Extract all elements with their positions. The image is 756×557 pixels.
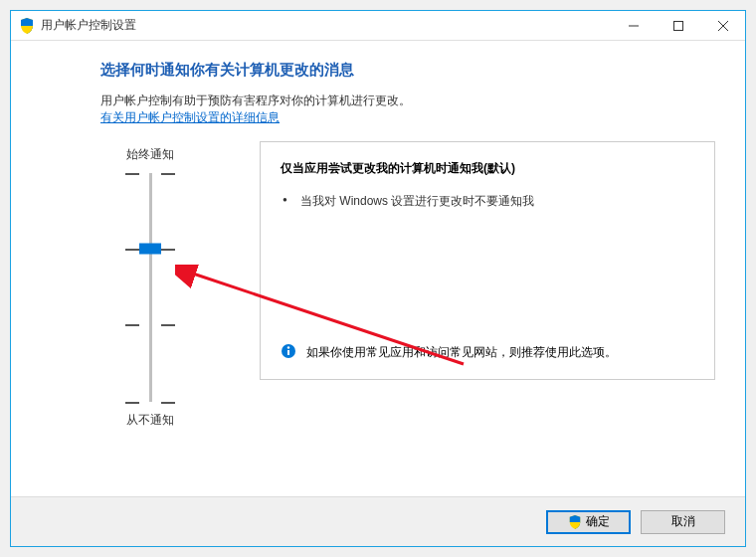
slider-label-never: 从不通知 — [126, 412, 174, 429]
window-controls — [611, 11, 745, 41]
footer: 确定 取消 — [11, 496, 745, 546]
info-icon — [281, 343, 296, 359]
slider-area: 始终通知 从不通知 仅当应用尝试更改我的计算机时通知我(默认) 当我对 Win — [100, 141, 715, 434]
detail-list: 当我对 Windows 设置进行更改时不要通知我 — [281, 192, 694, 211]
cancel-button[interactable]: 取消 — [641, 510, 725, 534]
recommendation-row: 如果你使用常见应用和访问常见网站，则推荐使用此选项。 — [281, 343, 694, 361]
uac-settings-window: 用户帐户控制设置 选择何时通知你有关计算机更改的消息 用户帐户控制有助于预防有害… — [10, 10, 746, 547]
ok-button[interactable]: 确定 — [546, 510, 631, 534]
slider-track[interactable] — [149, 173, 152, 402]
page-heading: 选择何时通知你有关计算机更改的消息 — [100, 61, 715, 80]
titlebar: 用户帐户控制设置 — [11, 11, 745, 41]
recommendation-text: 如果你使用常见应用和访问常见网站，则推荐使用此选项。 — [306, 343, 617, 361]
slider-thumb[interactable] — [139, 243, 161, 254]
detail-title: 仅当应用尝试更改我的计算机时通知我(默认) — [281, 160, 694, 177]
maximize-button[interactable] — [656, 11, 700, 41]
shield-icon — [19, 18, 35, 34]
slider-track-container — [115, 168, 185, 407]
close-button[interactable] — [700, 11, 745, 41]
svg-rect-1 — [673, 21, 682, 30]
minimize-button[interactable] — [611, 11, 656, 41]
shield-icon — [568, 515, 582, 529]
slider-tick — [125, 402, 175, 404]
cancel-button-label: 取消 — [671, 513, 695, 530]
content-area: 选择何时通知你有关计算机更改的消息 用户帐户控制有助于预防有害程序对你的计算机进… — [11, 41, 745, 496]
slider-label-always: 始终通知 — [126, 146, 174, 163]
slider-column: 始终通知 从不通知 — [100, 141, 200, 434]
svg-point-5 — [287, 346, 289, 348]
window-title: 用户帐户控制设置 — [41, 17, 611, 34]
description-text: 用户帐户控制有助于预防有害程序对你的计算机进行更改。 — [100, 92, 715, 109]
detail-panel: 仅当应用尝试更改我的计算机时通知我(默认) 当我对 Windows 设置进行更改… — [260, 141, 715, 380]
slider-tick — [125, 173, 175, 175]
slider-tick — [125, 324, 175, 326]
detail-item: 当我对 Windows 设置进行更改时不要通知我 — [300, 192, 694, 211]
svg-rect-6 — [287, 350, 289, 355]
more-info-link[interactable]: 有关用户帐户控制设置的详细信息 — [100, 110, 280, 124]
ok-button-label: 确定 — [586, 513, 610, 530]
